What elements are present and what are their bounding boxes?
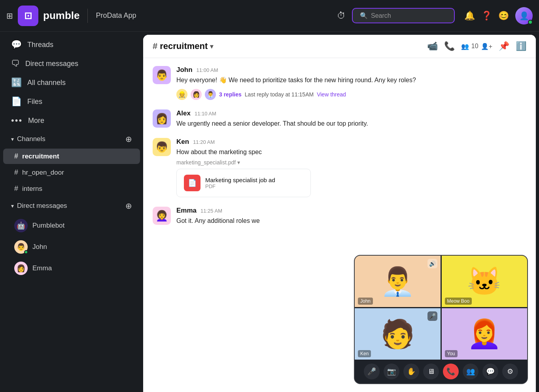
main-content: # recruitment ▾ 📹 📞 👥 10 👤+ 📌 ℹ️ — [143, 35, 536, 392]
alex-msg-avatar: 👩 — [153, 109, 171, 128]
video-call-icon[interactable]: 📹 — [427, 41, 438, 51]
chat-button[interactable]: 💬 — [482, 364, 498, 379]
view-thread-link[interactable]: View thread — [317, 91, 346, 98]
dm-item-john[interactable]: 👨 John — [3, 237, 140, 257]
emma-name: Emma — [32, 264, 52, 272]
channel-name-recruitment: recruitment — [22, 153, 59, 160]
channel-dropdown-icon: ▾ — [210, 43, 213, 50]
video-cell-ken: 🧑 Ken 🎤 — [355, 308, 441, 360]
attachment-chevron-icon: ▾ — [237, 159, 240, 166]
app-name: pumble — [43, 9, 79, 22]
ken-msg-avatar: 👦 — [153, 138, 171, 156]
meow-video-label: Meow Boo — [445, 298, 472, 305]
more-icon: ••• — [11, 115, 23, 126]
channels-chevron-icon: ▾ — [11, 136, 14, 142]
members-icon: 👥 — [461, 43, 469, 50]
pdf-icon: 📄 — [184, 175, 200, 191]
channel-item-recruitment[interactable]: # recruitment — [3, 149, 140, 164]
emma-msg-time: 11:25 AM — [200, 208, 222, 214]
dm-label: Direct messages — [25, 60, 78, 68]
channels-icon: 🔣 — [11, 77, 22, 88]
you-video-avatar: 👩‍🦰 — [467, 320, 501, 348]
replies-row: 👷 👩 👨‍💼 3 replies Last reply today at 11… — [176, 89, 526, 100]
dm-item-emma[interactable]: 👩 Emma — [3, 258, 140, 279]
john-msg-avatar: 👨 — [153, 66, 171, 84]
sidebar: 💬 Threads 🗨 Direct messages 🔣 All channe… — [0, 32, 143, 392]
ken-msg-name: Ken — [176, 138, 189, 146]
notifications-icon[interactable]: 🔔 — [464, 11, 475, 21]
reply-avatar-3: 👨‍💼 — [205, 89, 216, 100]
message-alex: 👩 Alex 11:10 AM We urgently need a senio… — [153, 109, 526, 128]
sidebar-item-threads[interactable]: 💬 Threads — [3, 36, 140, 54]
channel-item-interns[interactable]: # interns — [3, 181, 140, 196]
add-dm-button[interactable]: ⊕ — [125, 201, 132, 211]
john-msg-name: John — [176, 66, 193, 74]
dm-section-header[interactable]: ▾ Direct messages ⊕ — [3, 197, 140, 215]
logo[interactable]: ⊡ — [18, 6, 38, 26]
reply-text: Last reply today at 11:15AM — [245, 91, 314, 98]
phone-icon[interactable]: 📞 — [444, 41, 455, 51]
dm-chevron-icon: ▾ — [11, 203, 14, 209]
channels-section-label: Channels — [17, 135, 45, 143]
attachment-filename[interactable]: marketing_specialist.pdf ▾ — [176, 159, 526, 166]
pdf-attachment-card[interactable]: 📄 Marketing specialist job ad PDF — [176, 169, 311, 197]
settings-button[interactable]: ⚙ — [502, 364, 518, 379]
video-cell-you: 👩‍🦰 You — [442, 308, 528, 360]
ken-video-avatar: 🧑 — [380, 320, 415, 348]
ken-video-label: Ken — [358, 350, 371, 357]
emma-msg-avatar: 👩‍🦱 — [153, 207, 171, 225]
video-controls: 🎤 📷 ✋ 🖥 📞 👥 💬 ⚙ — [355, 360, 527, 383]
message-ken: 👦 Ken 11:20 AM How about the marketing s… — [153, 138, 526, 197]
john-name: John — [32, 243, 47, 251]
emma-avatar: 👩 — [14, 262, 28, 275]
alex-msg-text: We urgently need a senior developer. Tha… — [176, 119, 526, 128]
mic-button[interactable]: 🎤 — [364, 364, 380, 379]
help-icon[interactable]: ❓ — [481, 11, 492, 21]
video-grid: 👨‍💼 John 🔊 🐱 Meow Boo 🧑 Ken 🎤 👩‍🦰 You — [355, 256, 527, 360]
pdf-type: PDF — [205, 183, 275, 189]
sidebar-item-more[interactable]: ••• More — [3, 111, 140, 130]
sidebar-item-all-channels[interactable]: 🔣 All channels — [3, 74, 140, 92]
history-icon[interactable]: ⏱ — [337, 11, 346, 21]
camera-button[interactable]: 📷 — [384, 364, 399, 379]
pumblebot-avatar: 🤖 — [14, 219, 28, 232]
channels-label: All channels — [27, 79, 66, 87]
channel-hash-icon: # — [153, 41, 157, 51]
channel-title-name: recruitment — [160, 41, 208, 51]
user-avatar[interactable]: 👤 — [515, 7, 533, 24]
ken-msg-text: How about the marketing spec — [176, 147, 526, 157]
main-layout: 💬 Threads 🗨 Direct messages 🔣 All channe… — [0, 32, 539, 392]
channel-item-hr-open-door[interactable]: # hr_open_door — [3, 165, 140, 180]
screen-share-button[interactable]: 🖥 — [423, 364, 439, 379]
add-member-icon: 👤+ — [481, 43, 492, 50]
video-call-overlay: 👨‍💼 John 🔊 🐱 Meow Boo 🧑 Ken 🎤 👩‍🦰 You — [354, 255, 528, 384]
hand-button[interactable]: ✋ — [403, 364, 419, 379]
sidebar-item-files[interactable]: 📄 Files — [3, 92, 140, 111]
end-call-button[interactable]: 📞 — [443, 364, 459, 379]
video-cell-john: 👨‍💼 John 🔊 — [355, 256, 441, 307]
hash-icon: # — [14, 185, 18, 193]
hash-icon: # — [14, 152, 18, 160]
reply-count[interactable]: 3 replies — [219, 91, 242, 98]
channel-name-hr: hr_open_door — [22, 169, 64, 177]
sidebar-item-direct-messages[interactable]: 🗨 Direct messages — [3, 55, 140, 73]
search-bar[interactable]: 🔍 Search — [352, 8, 455, 23]
channel-name-interns: interns — [22, 185, 42, 193]
john-msg-time: 11:00 AM — [197, 67, 218, 73]
emma-msg-name: Emma — [176, 207, 197, 215]
emoji-icon[interactable]: 😊 — [498, 11, 509, 21]
emma-msg-text: Got it. Any additional roles we — [176, 216, 526, 226]
pdf-title: Marketing specialist job ad — [205, 177, 275, 183]
files-icon: 📄 — [11, 96, 22, 107]
add-channel-button[interactable]: ⊕ — [125, 134, 132, 144]
channel-title[interactable]: # recruitment ▾ — [153, 41, 213, 51]
pin-icon[interactable]: 📌 — [499, 41, 509, 51]
info-icon[interactable]: ℹ️ — [516, 41, 526, 51]
participants-button[interactable]: 👥 — [463, 364, 478, 379]
dm-item-pumblebot[interactable]: 🤖 Pumblebot — [3, 215, 140, 236]
member-count[interactable]: 👥 10 👤+ — [461, 43, 492, 50]
john-avatar: 👨 — [14, 240, 28, 254]
nav-divider — [87, 9, 88, 23]
grid-icon[interactable]: ⊞ — [6, 11, 13, 21]
channels-section-header[interactable]: ▾ Channels ⊕ — [3, 130, 140, 148]
